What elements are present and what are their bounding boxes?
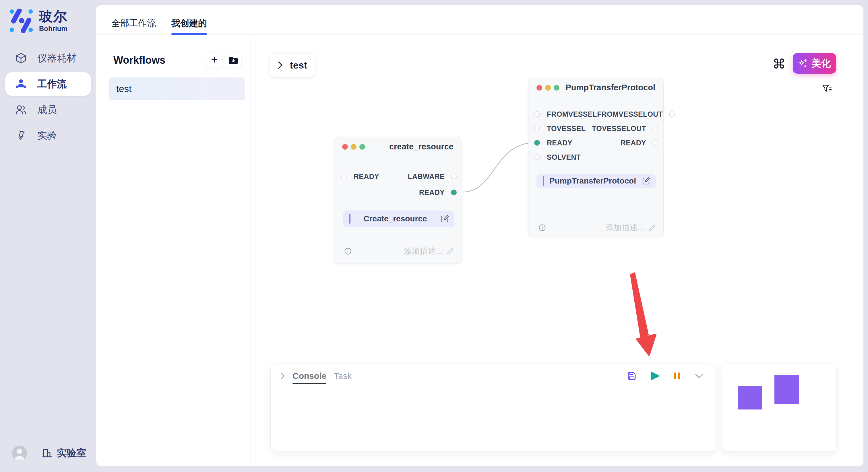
node-title: create_resource	[389, 142, 454, 151]
beautify-label: 美化	[811, 57, 831, 70]
tab-label: 我创建的	[172, 18, 207, 28]
annotation-arrow	[627, 272, 664, 361]
minimap-node-create-resource	[738, 386, 762, 409]
tab-my-created[interactable]: 我创建的	[172, 17, 207, 34]
chevron-down-icon	[694, 372, 705, 379]
node-action-button[interactable]: PumpTransferProtocol	[536, 174, 656, 188]
filter-icon	[822, 83, 832, 94]
port-in-solvent[interactable]	[534, 154, 540, 160]
sidebar-item-instruments[interactable]: 仪器耗材	[5, 46, 91, 70]
action-label: PumpTransferProtocol	[544, 176, 641, 186]
import-workflow-button[interactable]	[225, 53, 241, 68]
plus-icon: +	[211, 54, 218, 65]
dot-yellow	[545, 85, 551, 91]
add-description-field[interactable]: 添加描述...	[404, 246, 455, 257]
add-workflow-button[interactable]: +	[206, 53, 222, 68]
avatar[interactable]	[12, 446, 27, 461]
sidebar-nav: 仪器耗材 工作流 成员	[5, 46, 91, 150]
port-label: READY	[419, 189, 445, 197]
port-out-ready[interactable]	[652, 140, 658, 146]
command-icon: ⌘	[772, 56, 786, 72]
play-icon	[650, 371, 660, 381]
minimap[interactable]	[722, 364, 837, 451]
dot-red	[342, 144, 348, 150]
port-label: TOVESSEL	[547, 125, 586, 133]
console-tab[interactable]: Console	[292, 371, 327, 381]
save-button[interactable]	[627, 371, 637, 381]
sidebar-item-workflows[interactable]: 工作流	[5, 72, 91, 96]
description-placeholder: 添加描述...	[606, 222, 644, 233]
sidebar: 玻尔 Bohrium 仪器耗材 工作流	[0, 0, 96, 472]
node-pump-transfer-protocol[interactable]: PumpTransferProtocol FROMVESSEL FROMVESS…	[528, 78, 663, 237]
workflow-item-name: test	[116, 83, 131, 94]
pause-button[interactable]	[673, 371, 681, 380]
avatar-person-icon	[12, 446, 27, 461]
port-in-ready[interactable]	[341, 173, 347, 179]
node-action-button[interactable]: Create_resource	[343, 210, 454, 227]
brand: 玻尔 Bohrium	[9, 9, 68, 33]
breadcrumb[interactable]: test	[270, 54, 315, 76]
members-icon	[15, 104, 27, 116]
port-label: READY	[621, 139, 646, 147]
port-label: LABWARE	[408, 172, 445, 181]
brand-name: 玻尔	[39, 9, 68, 23]
chevron-right-icon[interactable]	[280, 372, 286, 380]
pencil-icon	[446, 247, 455, 256]
traffic-dots	[342, 144, 365, 150]
port-out-labware[interactable]	[451, 173, 457, 179]
experiment-icon	[15, 130, 27, 142]
workflow-list-item[interactable]: test	[109, 77, 245, 100]
port-label: READY	[547, 139, 572, 147]
edit-icon[interactable]	[641, 176, 651, 186]
description-placeholder: 添加描述...	[404, 246, 443, 257]
port-out-ready[interactable]	[451, 190, 457, 195]
console-tab-label: Console	[292, 371, 327, 380]
chevron-right-icon	[277, 60, 284, 70]
sidebar-item-label: 成员	[37, 103, 57, 116]
traffic-dots	[536, 85, 559, 91]
edge-create-to-pump	[461, 136, 538, 202]
save-icon	[627, 371, 637, 381]
add-description-field[interactable]: 添加描述...	[606, 222, 656, 233]
task-tab-label: Task	[334, 371, 352, 380]
edit-icon[interactable]	[440, 214, 450, 224]
bohrium-logo-icon	[9, 9, 34, 33]
port-label: TOVESSELOUT	[592, 125, 646, 133]
dot-yellow	[351, 144, 356, 150]
lab-label: 实验室	[57, 446, 86, 460]
workflow-icon	[15, 78, 27, 90]
header-tabbar: 全部工作流 我创建的	[96, 5, 863, 35]
port-label: FROMVESSEL	[547, 110, 597, 119]
node-create-resource[interactable]: create_resource READY LABWARE READY Crea…	[334, 137, 462, 264]
port-in-tovessel[interactable]	[534, 126, 540, 131]
action-label: Create_resource	[350, 214, 440, 224]
building-icon	[41, 447, 53, 459]
collapse-button[interactable]	[694, 372, 705, 379]
task-tab[interactable]: Task	[334, 371, 352, 381]
run-button[interactable]	[650, 371, 660, 381]
sidebar-item-label: 实验	[37, 129, 57, 142]
node-header: PumpTransferProtocol	[528, 78, 663, 97]
filter-button[interactable]	[820, 82, 834, 96]
console-header: Console Task	[271, 364, 716, 388]
port-out-tovesselout[interactable]	[652, 126, 658, 131]
info-icon[interactable]	[343, 246, 353, 256]
beautify-button[interactable]: 美化	[793, 53, 836, 74]
sidebar-item-experiments[interactable]: 实验	[5, 124, 91, 147]
workflow-list-title: Workflows	[113, 54, 165, 66]
lab-selector[interactable]: 实验室	[41, 446, 86, 460]
dot-red	[536, 85, 542, 91]
port-in-ready[interactable]	[534, 140, 540, 146]
info-icon[interactable]	[537, 223, 547, 233]
command-palette-button[interactable]: ⌘	[771, 56, 787, 72]
port-in-fromvessel[interactable]	[534, 111, 540, 117]
port-out-fromvesselout[interactable]	[669, 111, 675, 117]
tab-all-workflows[interactable]: 全部工作流	[112, 17, 156, 34]
sidebar-item-label: 仪器耗材	[37, 52, 76, 65]
sparkles-icon	[798, 59, 808, 68]
sidebar-item-members[interactable]: 成员	[5, 98, 91, 122]
node-header: create_resource	[334, 137, 462, 156]
console-panel: Console Task	[270, 364, 716, 451]
minimap-node-pump-transfer	[774, 375, 799, 404]
main-panel: 全部工作流 我创建的 Workflows +	[96, 5, 863, 466]
